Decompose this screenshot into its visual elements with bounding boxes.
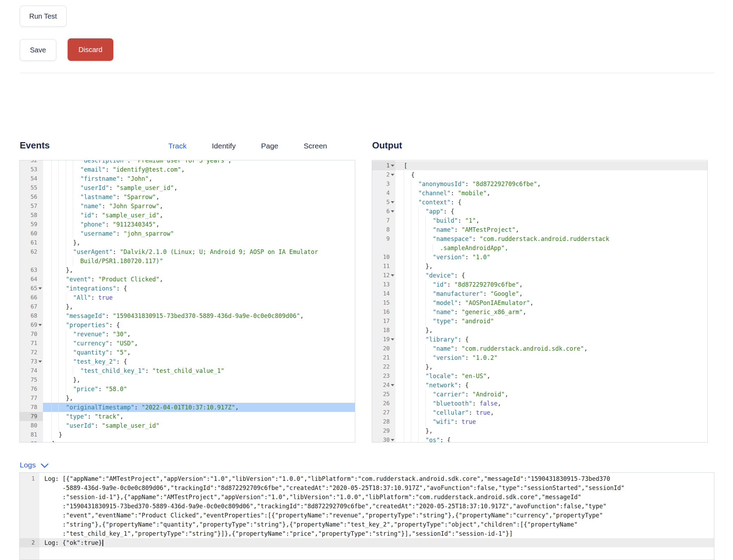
logs-code-editor[interactable]: 1Log: [{"appName":"AMTestProject","appVe…	[19, 472, 714, 560]
code-line[interactable]: 62 "userAgent": "Dalvik/2.1.0 (Linux; U;…	[20, 247, 355, 256]
code-line[interactable]: 23 "locale": "en-US",	[372, 371, 707, 381]
code-line[interactable]: 82]	[20, 439, 355, 443]
fold-arrow-icon[interactable]	[38, 361, 42, 363]
code-line[interactable]: 29 },	[372, 426, 707, 435]
fold-arrow-icon[interactable]	[38, 324, 42, 326]
discard-button[interactable]: Discard	[68, 38, 113, 61]
code-line[interactable]: 63 },	[20, 266, 355, 275]
code-line[interactable]: 70 "revenue": "30",	[20, 330, 355, 339]
code-line[interactable]: 27 "cellular": true,	[372, 408, 707, 417]
fold-arrow-icon[interactable]	[391, 439, 394, 441]
line-number: 7	[372, 216, 395, 225]
code-line[interactable]: 1[	[372, 161, 707, 170]
code-line[interactable]: 12 "device": {	[372, 271, 707, 280]
code-line[interactable]: Build/PSR1.180720.117)"	[20, 256, 355, 266]
code-line[interactable]: 2Log: {"ok":true}	[20, 538, 714, 547]
code-line[interactable]: 65 "integrations": {	[20, 284, 355, 293]
code-line[interactable]: 21 "version": "1.0.2"	[372, 353, 707, 362]
tab-screen[interactable]: Screen	[304, 142, 327, 150]
code-line[interactable]: 72 "quantity": "5",	[20, 348, 355, 357]
code-text: "integrations": {	[43, 284, 355, 293]
code-line[interactable]: 56 "lastname": "Sparrow",	[20, 192, 355, 202]
code-line[interactable]: 19 "library": {	[372, 335, 707, 344]
fold-arrow-icon[interactable]	[38, 287, 42, 289]
code-line[interactable]: 14 "manufacturer": "Google",	[372, 289, 707, 298]
fold-arrow-icon[interactable]	[391, 165, 394, 167]
code-line[interactable]: 6 "app": {	[372, 207, 707, 216]
code-line[interactable]: 79 "type": "track",	[20, 412, 355, 421]
code-line[interactable]: :"session-id-1"},{"appName":"AMTestProje…	[20, 492, 714, 502]
save-button[interactable]: Save	[20, 39, 56, 61]
logs-toggle[interactable]: Logs	[20, 461, 46, 469]
code-line[interactable]: 66 "All": true	[20, 293, 355, 302]
tab-track[interactable]: Track	[168, 142, 187, 150]
code-line[interactable]: :"test_child_key_1","propertyType":"stri…	[20, 529, 714, 538]
fold-arrow-icon[interactable]	[391, 174, 394, 176]
code-line[interactable]: 15 "model": "AOSPonIAEmulator",	[372, 298, 707, 307]
code-line[interactable]: 74 "test_child_key_1": "test_child_value…	[20, 366, 355, 375]
code-line[interactable]: 28 "wifi": true	[372, 417, 707, 426]
code-line[interactable]: 61 },	[20, 238, 355, 247]
code-line[interactable]: 71 "currency": "USD",	[20, 339, 355, 348]
code-line[interactable]: 69 "properties": {	[20, 320, 355, 330]
code-line[interactable]: 22 },	[372, 362, 707, 371]
code-line[interactable]: .sampleAndroidApp",	[372, 243, 707, 253]
code-line[interactable]: -5889-436d-9a9e-0c0e0c809d06","trackingI…	[20, 483, 714, 492]
events-code-editor[interactable]: 52 "description": "Premium user for 5 ye…	[19, 160, 355, 443]
line-number: 10	[372, 253, 395, 262]
code-text: "type": "android"	[395, 317, 707, 326]
events-panel-title: Events	[20, 140, 50, 151]
code-line[interactable]: 3 "anonymousId": "8d872292709c6fbe",	[372, 179, 707, 189]
fold-arrow-icon[interactable]	[391, 210, 394, 212]
code-line[interactable]: 10 "version": "1.0"	[372, 253, 707, 262]
code-line[interactable]: 7 "build": "1",	[372, 216, 707, 225]
code-line[interactable]: 52 "description": "Premium user for 5 ye…	[20, 160, 355, 165]
code-line[interactable]: 64 "event": "Product Clicked",	[20, 275, 355, 284]
code-line[interactable]: 77 },	[20, 394, 355, 403]
code-line[interactable]: :"1590431830915-73bed370-5889-436d-9a9e-…	[20, 502, 714, 511]
tab-page[interactable]: Page	[261, 142, 278, 150]
code-line[interactable]: 2 {	[372, 170, 707, 179]
code-line[interactable]: 53 "email": "identify@test.com",	[20, 165, 355, 174]
run-test-button[interactable]: Run Test	[20, 6, 67, 27]
code-line[interactable]: 11 },	[372, 262, 707, 271]
code-line[interactable]: 25 "carrier": "Android",	[372, 390, 707, 399]
code-line[interactable]: :"event","eventName":"Product Clicked","…	[20, 511, 714, 520]
code-line[interactable]: 76 "price": "58.0"	[20, 384, 355, 394]
code-line[interactable]: 55 "userId": "sample_user_id",	[20, 183, 355, 192]
code-line[interactable]: 13 "id": "8d872292709c6fbe",	[372, 280, 707, 289]
code-line[interactable]: 8 "name": "AMTestProject",	[372, 225, 707, 234]
line-number: 4	[372, 189, 395, 198]
code-text: Log: {"ok":true}	[39, 538, 714, 547]
code-line[interactable]: 16 "name": "generic_x86_arm",	[372, 307, 707, 317]
code-line[interactable]: 20 "name": "com.rudderstack.android.sdk.…	[372, 344, 707, 353]
code-line[interactable]: 54 "firstname": "John",	[20, 174, 355, 183]
code-line[interactable]: 60 "username": "john_sparrow"	[20, 229, 355, 238]
code-line[interactable]: 1Log: [{"appName":"AMTestProject","appVe…	[20, 474, 714, 483]
code-line[interactable]: 58 "id": "sample_user_id",	[20, 211, 355, 220]
code-line[interactable]: 24 "network": {	[372, 381, 707, 390]
code-line[interactable]: :"string"},{"propertyName":"quantity","p…	[20, 520, 714, 529]
code-line[interactable]: 26 "bluetooth": false,	[372, 399, 707, 408]
fold-arrow-icon[interactable]	[391, 338, 394, 341]
code-line[interactable]: 4 "channel": "mobile",	[372, 189, 707, 198]
code-line[interactable]: 57 "name": "John Sparrow",	[20, 202, 355, 211]
code-line[interactable]: 9 "namespace": "com.rudderstack.android.…	[372, 234, 707, 243]
fold-arrow-icon[interactable]	[391, 384, 394, 386]
code-line[interactable]: 78 "originalTimestamp": "2022-04-01T10:3…	[20, 403, 355, 412]
code-line[interactable]: 30 "os": {	[372, 435, 707, 443]
code-line[interactable]: 17 "type": "android"	[372, 317, 707, 326]
code-line[interactable]: 75 },	[20, 375, 355, 384]
code-line[interactable]: 80 "userId": "sample_user_id"	[20, 421, 355, 430]
fold-arrow-icon[interactable]	[391, 274, 394, 276]
code-line[interactable]: 68 "messageId": "1590431830915-73bed370-…	[20, 311, 355, 320]
code-line[interactable]: 67 },	[20, 302, 355, 311]
code-line[interactable]: 5 "context": {	[372, 198, 707, 207]
code-line[interactable]: 59 "phone": "9112340345",	[20, 220, 355, 229]
tab-identify[interactable]: Identify	[212, 142, 236, 150]
code-line[interactable]: 73 "test_key_2": {	[20, 357, 355, 366]
output-code-editor[interactable]: 1[2 {3 "anonymousId": "8d872292709c6fbe"…	[372, 160, 708, 443]
fold-arrow-icon[interactable]	[391, 201, 394, 203]
code-line[interactable]: 18 },	[372, 326, 707, 335]
code-line[interactable]: 81 }	[20, 430, 355, 439]
